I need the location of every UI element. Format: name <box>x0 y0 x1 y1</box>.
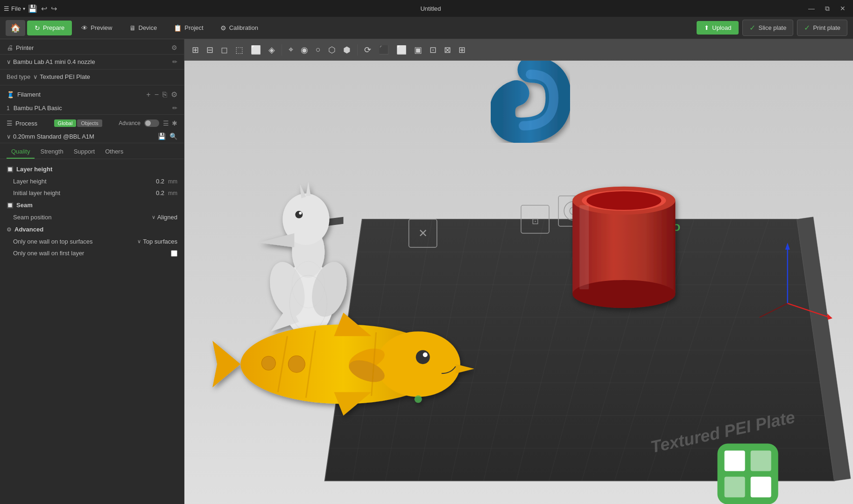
home-button[interactable]: 🏠 <box>6 20 25 36</box>
printer-edit-icon[interactable]: ✏ <box>172 58 177 65</box>
redo-icon[interactable]: ↪ <box>51 4 57 13</box>
printer-label: Printer <box>16 44 34 51</box>
tab-device[interactable]: 🖥 Device <box>122 21 165 35</box>
bed-type-name[interactable]: Textured PEI Plate <box>40 73 90 80</box>
seam-group[interactable]: 🔲 Seam <box>0 199 184 211</box>
undo-icon[interactable]: ↩ <box>41 4 47 13</box>
process-edit-icon[interactable]: ✱ <box>172 119 177 127</box>
profile-save-icon[interactable]: 💾 <box>158 133 166 140</box>
seam-chevron-icon: ∨ <box>152 214 155 220</box>
tab-support[interactable]: Support <box>69 145 100 159</box>
tool-btn1[interactable]: ⌖ <box>286 43 296 56</box>
initial-layer-height-row: Initial layer height mm <box>0 187 184 199</box>
objects-badge[interactable]: Objects <box>77 119 102 127</box>
upload-icon: ⬆ <box>704 24 709 31</box>
process-title: ☰ Process <box>7 119 37 127</box>
upload-button[interactable]: ⬆ Upload <box>697 21 739 35</box>
view-btn3[interactable]: ⬜ <box>394 43 409 57</box>
profile-row: ∨ 0.20mm Standard @BBL A1M 💾 🔍 <box>0 130 184 143</box>
slice-plate-button[interactable]: ✓ Slice plate <box>742 20 793 36</box>
filament-settings-icon[interactable]: ⚙ <box>171 90 177 99</box>
view-btn2[interactable]: ⬛ <box>376 43 392 57</box>
filament-copy-icon[interactable]: ⎘ <box>162 91 167 99</box>
add-object-button[interactable]: ⊞ <box>189 43 202 57</box>
layer-height-row: Layer height mm <box>0 175 184 187</box>
cylinder-object[interactable] <box>572 187 675 308</box>
grid-button[interactable]: ⊟ <box>204 43 216 57</box>
tool-btn4[interactable]: ⬡ <box>325 43 338 57</box>
save-icon[interactable]: 💾 <box>28 4 37 13</box>
tool-btn2[interactable]: ◉ <box>298 43 311 57</box>
tab-project[interactable]: 📋 Project <box>166 21 211 35</box>
tab-preview[interactable]: 👁 Preview <box>74 21 120 35</box>
tab-calibration-label: Calibration <box>229 24 258 31</box>
layer-height-unit: mm <box>164 178 177 185</box>
advance-label: Advance <box>119 120 141 126</box>
first-layer-checkbox[interactable] <box>171 250 177 257</box>
filament-label: Filament <box>17 91 41 98</box>
tab-quality[interactable]: Quality <box>7 145 35 159</box>
nav-bar: 🏠 ↻ Prepare 👁 Preview 🖥 Device 📋 Project… <box>0 17 853 39</box>
filament-item: 1 Bambu PLA Basic ✏ <box>0 102 184 114</box>
quality-tabs: Quality Strength Support Others <box>0 143 184 159</box>
svg-point-59 <box>586 191 661 210</box>
process-list-icon[interactable]: ☰ <box>163 119 169 127</box>
slice-label: Slice plate <box>758 24 786 31</box>
initial-layer-height-input[interactable] <box>141 189 164 196</box>
title-bar: ☰ File ▾ 💾 ↩ ↪ Untitled — ⧉ ✕ <box>0 0 853 17</box>
printer-icon: 🖨 <box>7 44 13 51</box>
top-surfaces-value[interactable]: ∨ Top surfaces <box>137 238 177 245</box>
tab-prepare-label: Prepare <box>43 24 64 31</box>
viewport: ⊞ ⊟ ◻ ⬚ ⬜ ◈ ⌖ ◉ ○ ⬡ ⬢ ⟳ ⬛ ⬜ ▣ ⊡ ⊠ ⊞ <box>184 39 853 504</box>
profile-name: ∨ 0.20mm Standard @BBL A1M <box>7 133 94 140</box>
tab-device-label: Device <box>139 24 157 31</box>
shape-btn2[interactable]: ⬚ <box>233 43 246 57</box>
close-button[interactable]: ✕ <box>836 5 849 12</box>
tab-project-label: Project <box>184 24 203 31</box>
advance-toggle[interactable] <box>144 119 159 127</box>
maximize-button[interactable]: ⧉ <box>821 5 833 13</box>
printer-settings-icon[interactable]: ⚙ <box>171 44 177 51</box>
main-layout: 🖨 Printer ⚙ ∨ Bambu Lab A1 mini 0.4 nozz… <box>0 39 853 504</box>
layer-height-input[interactable] <box>141 178 164 185</box>
seam-position-value[interactable]: ∨ Aligned <box>152 214 177 221</box>
tab-calibration[interactable]: ⚙ Calibration <box>213 21 266 35</box>
minimize-button[interactable]: — <box>804 5 818 12</box>
scene[interactable]: Textured PEI Plate LO ✕ ⊡ <box>184 61 853 504</box>
process-header: ☰ Process Global Objects Advance ☰ ✱ <box>0 115 184 130</box>
shape-btn3[interactable]: ⬜ <box>248 43 264 57</box>
filament-add-icon[interactable]: + <box>146 91 150 99</box>
project-icon: 📋 <box>174 24 182 32</box>
tool-btn3[interactable]: ○ <box>313 43 324 56</box>
seam-position-name: Aligned <box>157 214 177 221</box>
svg-rect-85 <box>725 477 745 497</box>
layer-height-group[interactable]: 🔲 Layer height <box>0 163 184 175</box>
tab-strength[interactable]: Strength <box>35 145 68 159</box>
file-menu[interactable]: ☰ File ▾ <box>4 5 25 12</box>
shape-btn4[interactable]: ◈ <box>266 43 278 57</box>
filament-name[interactable]: Bambu PLA Basic <box>14 105 169 112</box>
advanced-label: Advanced <box>14 226 43 233</box>
advanced-group[interactable]: ⚙ Advanced <box>0 223 184 236</box>
tab-others[interactable]: Others <box>100 145 128 159</box>
view-btn6[interactable]: ⊠ <box>441 43 454 57</box>
bed-type-label: Bed type <box>7 73 30 80</box>
profile-search-icon[interactable]: 🔍 <box>169 133 177 140</box>
tool-btn5[interactable]: ⬢ <box>340 43 353 57</box>
view-btn4[interactable]: ▣ <box>411 43 425 57</box>
print-plate-button[interactable]: ✓ Print plate <box>797 20 847 36</box>
filament-remove-icon[interactable]: − <box>155 91 159 99</box>
tab-prepare[interactable]: ↻ Prepare <box>27 21 72 35</box>
global-badge[interactable]: Global <box>54 119 77 127</box>
view-btn5[interactable]: ⊡ <box>427 43 439 57</box>
process-right: Advance ☰ ✱ <box>119 119 177 127</box>
view-btn1[interactable]: ⟳ <box>361 43 374 57</box>
filament-title: 🧵 Filament <box>7 91 41 98</box>
view-btn7[interactable]: ⊞ <box>456 43 468 57</box>
window-title: Untitled <box>61 5 801 12</box>
profile-name-value[interactable]: 0.20mm Standard @BBL A1M <box>13 133 94 140</box>
shape-btn1[interactable]: ◻ <box>218 43 231 57</box>
svg-text:⊡: ⊡ <box>532 217 539 226</box>
filament-edit-icon[interactable]: ✏ <box>172 105 177 112</box>
svg-text:✕: ✕ <box>418 227 428 239</box>
